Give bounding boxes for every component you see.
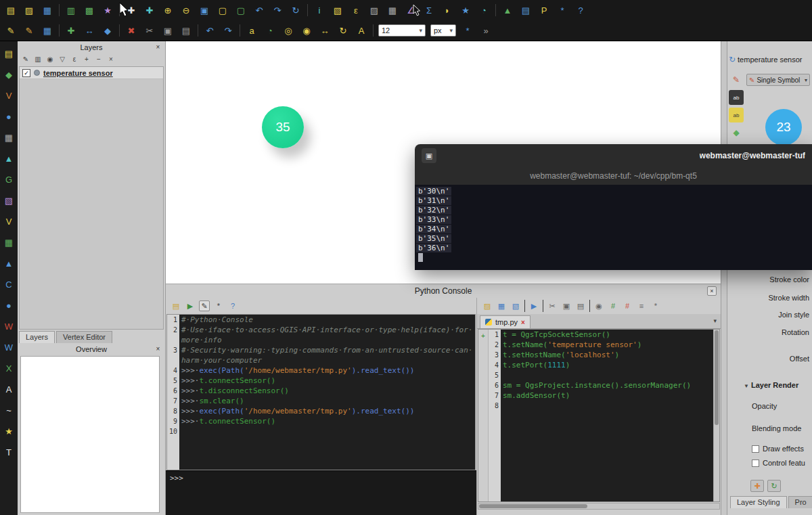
cut-features-icon[interactable]: ✂ [143, 24, 156, 37]
save-layer-edits-icon[interactable]: ▦ [41, 24, 54, 37]
delete-selected-icon[interactable]: ✖ [125, 24, 138, 37]
tab-tmp-py[interactable]: tmp.py × [480, 315, 531, 328]
editor-vertical-scrollbar[interactable] [713, 330, 719, 501]
paste-features-icon[interactable]: ▤ [179, 24, 193, 37]
project-save-icon[interactable]: ▦ [41, 3, 54, 17]
zoom-next-icon[interactable]: ↷ [271, 3, 284, 17]
new-temporary-scratch-layer-icon[interactable]: ▦ [2, 131, 16, 144]
select-features-icon[interactable]: ▧ [331, 3, 344, 17]
layers-panel-close-button[interactable]: × [154, 43, 162, 51]
line-annotation-icon[interactable]: ~ [2, 403, 16, 417]
identify-features-icon[interactable]: i [313, 3, 326, 17]
highlight-pinned-labels-icon[interactable]: ◉ [300, 24, 313, 37]
collapse-all-icon[interactable]: − [94, 55, 104, 64]
new-gpx-layer-icon[interactable]: G [2, 173, 16, 186]
add-wms-layer-icon[interactable]: W [2, 319, 16, 333]
text-annotation-icon[interactable]: T [2, 445, 16, 459]
python-console-close-button[interactable]: × [707, 286, 717, 296]
tab-vertex-editor[interactable]: Vertex Editor [56, 331, 112, 343]
add-group-icon[interactable]: ▥ [33, 55, 43, 64]
zoom-full-icon[interactable]: ▣ [198, 3, 211, 17]
editor-horizontal-scrollbar[interactable] [478, 503, 720, 510]
tab-layer-styling[interactable]: Layer Styling [730, 496, 787, 508]
redo-icon[interactable]: ↷ [221, 24, 235, 37]
console-help-icon[interactable]: ? [227, 300, 238, 311]
control-feature-order-checkbox[interactable]: Control featu [752, 459, 805, 467]
filter-legend-icon[interactable]: ▽ [58, 55, 67, 64]
zoom-to-layer-icon[interactable]: ▢ [234, 3, 248, 17]
add-postgis-layer-icon[interactable]: ● [2, 298, 16, 312]
zoom-in-icon[interactable]: ⊕ [161, 3, 175, 17]
toggle-editing-icon[interactable]: ✎ [22, 24, 36, 37]
measure-line-icon[interactable]: ∠ [404, 3, 418, 17]
checkbox-box[interactable] [752, 445, 759, 453]
modify-annotations-icon[interactable]: A [2, 382, 16, 396]
show-editor-icon[interactable]: ✎ [199, 300, 210, 311]
masks-tab-icon[interactable]: ab [729, 108, 744, 122]
zoom-to-selection-icon[interactable]: ▢ [216, 3, 229, 17]
comment-code-icon[interactable]: # [608, 300, 618, 311]
layer-render-section[interactable]: ▼Layer Render [744, 381, 798, 389]
renderer-select[interactable]: ✎ Single Symbol ▾ [746, 74, 810, 86]
clear-console-icon[interactable]: ▤ [171, 300, 181, 311]
show-map-tips-icon[interactable]: ◗ [441, 3, 454, 17]
new-shapefile-layer-icon[interactable]: V [2, 89, 16, 102]
move-feature-icon[interactable]: ↔ [83, 24, 96, 37]
object-inspector-icon[interactable]: ≡ [636, 300, 647, 311]
new-3d-map-view-icon[interactable]: ▲ [501, 3, 514, 17]
select-by-expression-icon[interactable]: ε [349, 3, 363, 17]
run-script-icon[interactable]: ▶ [528, 300, 539, 311]
current-edits-icon[interactable]: ✎ [4, 24, 18, 37]
vertex-tool-icon[interactable]: ◆ [101, 24, 114, 37]
pan-map-icon[interactable]: ✚ [125, 3, 138, 17]
layer-row-temperature-sensor[interactable]: ✓ temperature sensor [20, 67, 163, 79]
pin-unpin-labels-icon[interactable]: ◎ [281, 24, 295, 37]
draw-effects-checkbox[interactable]: Draw effects [752, 445, 804, 453]
overview-panel-close-button[interactable]: × [154, 344, 162, 353]
console-options-icon[interactable]: * [213, 300, 224, 311]
save-script-as-icon[interactable]: ▧ [510, 300, 521, 311]
font-unit-combo[interactable]: px ▾ [430, 24, 456, 37]
add-delimited-text-layer-icon[interactable]: C [2, 277, 16, 291]
temporal-controller-icon[interactable]: ◔ [477, 3, 491, 17]
style-add-button[interactable]: ✚ [750, 480, 764, 492]
project-new-icon[interactable]: ▤ [4, 3, 18, 17]
new-virtual-layer-icon[interactable]: ▧ [2, 194, 16, 207]
effects-tab-icon[interactable]: ◆ [729, 125, 744, 140]
deselect-features-icon[interactable]: ▨ [367, 3, 381, 17]
filter-by-expression-icon[interactable]: ε [70, 55, 79, 64]
new-print-layout-icon[interactable]: ▥ [64, 3, 78, 17]
data-source-manager-icon[interactable]: ▤ [519, 3, 533, 17]
tab-close-icon[interactable]: × [521, 319, 525, 326]
layer-visibility-checkbox[interactable]: ✓ [22, 69, 30, 77]
new-spatialite-layer-icon[interactable]: ● [2, 110, 16, 123]
label-toolbar-extra-icon[interactable]: * [461, 24, 474, 37]
statistical-summary-icon[interactable]: Σ [422, 3, 436, 17]
add-vector-layer-icon[interactable]: V [2, 215, 16, 228]
rotate-label-icon[interactable]: ↻ [336, 24, 350, 37]
copy-features-icon[interactable]: ▣ [161, 24, 175, 37]
toolbar-overflow-icon[interactable]: » [479, 24, 493, 37]
layer-diagram-options-icon[interactable]: ◔ [263, 24, 277, 37]
undo-icon[interactable]: ↶ [203, 24, 217, 37]
editor-options-icon[interactable]: * [650, 300, 661, 311]
editor-margin-plus-icon[interactable]: + [478, 331, 488, 340]
map-refresh-icon[interactable]: ↻ [289, 3, 302, 17]
open-data-source-manager-icon[interactable]: ▤ [2, 47, 16, 60]
pan-to-selection-icon[interactable]: ✚ [143, 3, 156, 17]
show-layout-manager-icon[interactable]: ▩ [83, 3, 96, 17]
tab-list-dropdown-icon[interactable]: ▾ [713, 317, 717, 324]
add-raster-layer-icon[interactable]: ▦ [2, 236, 16, 249]
new-geopackage-layer-icon[interactable]: ◆ [2, 68, 16, 81]
uncomment-code-icon[interactable]: # [622, 300, 633, 311]
terminal-window-icon[interactable]: ▣ [422, 148, 436, 163]
open-layer-styling-icon[interactable]: ✎ [21, 55, 30, 64]
layer-name[interactable]: temperature sensor [43, 69, 113, 77]
console-input[interactable]: >>> [166, 470, 476, 515]
scrollbar-thumb[interactable] [479, 504, 587, 508]
symbology-tab-icon[interactable]: ✎ [729, 72, 744, 87]
change-label-properties-icon[interactable]: A [355, 24, 368, 37]
tab-processing[interactable]: Pro [788, 496, 812, 508]
terminal-titlebar[interactable]: ▣ webmaster@webmaster-tuf [415, 144, 812, 167]
help-contents-icon[interactable]: ? [574, 3, 587, 17]
